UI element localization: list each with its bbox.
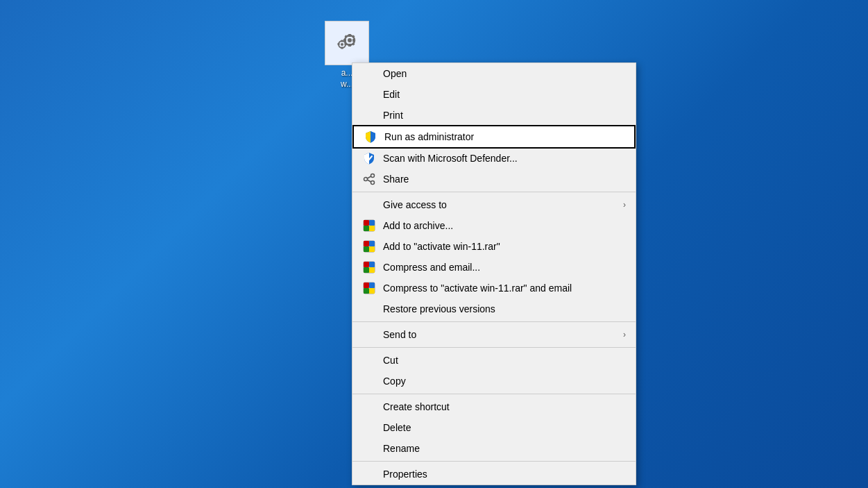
rar-icon-1	[362, 219, 376, 233]
divider-1	[352, 192, 636, 192]
menu-item-cut[interactable]: Cut	[352, 350, 636, 371]
svg-rect-4	[338, 43, 340, 45]
svg-rect-37	[364, 283, 369, 288]
svg-point-16	[371, 174, 375, 178]
menu-item-open[interactable]: Open	[352, 63, 636, 84]
menu-item-print[interactable]: Print	[352, 105, 636, 126]
menu-item-rename[interactable]: Rename	[352, 438, 636, 459]
arrow-icon: ›	[623, 200, 626, 210]
menu-item-compress-activate-email[interactable]: Compress to "activate win-11.rar" and em…	[352, 278, 636, 298]
rar-icon-3	[362, 260, 376, 274]
svg-rect-30	[369, 246, 375, 252]
share-icon	[362, 172, 376, 186]
svg-rect-39	[364, 288, 369, 294]
gear-icon	[333, 29, 361, 57]
svg-rect-24	[364, 226, 369, 231]
svg-line-19	[368, 176, 371, 178]
svg-rect-35	[369, 267, 375, 273]
divider-5	[352, 461, 636, 462]
svg-rect-25	[369, 226, 375, 231]
svg-rect-3	[341, 47, 343, 49]
menu-item-delete[interactable]: Delete	[352, 417, 636, 438]
svg-point-18	[364, 178, 368, 181]
svg-rect-10	[343, 39, 346, 42]
defender-icon	[362, 151, 376, 165]
svg-rect-29	[364, 246, 369, 252]
menu-item-add-activate[interactable]: Add to "activate win-11.rar"	[352, 236, 636, 257]
menu-item-restore-versions[interactable]: Restore previous versions	[352, 298, 636, 319]
menu-item-run-as-admin[interactable]: Run as administrator	[352, 125, 636, 149]
context-menu: Open Edit Print Run as administrator	[352, 62, 636, 485]
svg-rect-23	[369, 220, 375, 226]
divider-2	[352, 321, 636, 322]
divider-3	[352, 347, 636, 348]
svg-rect-38	[369, 283, 375, 288]
menu-item-create-shortcut[interactable]: Create shortcut	[352, 396, 636, 417]
svg-rect-27	[364, 241, 369, 246]
svg-point-7	[348, 38, 352, 42]
rar-icon-2	[362, 239, 376, 253]
menu-item-edit[interactable]: Edit	[352, 84, 636, 105]
divider-4	[352, 394, 636, 394]
uac-shield-icon	[364, 130, 377, 144]
send-to-arrow-icon: ›	[623, 330, 626, 339]
svg-rect-34	[364, 267, 369, 273]
menu-item-add-archive[interactable]: Add to archive...	[352, 215, 636, 236]
menu-item-scan-defender[interactable]: Scan with Microsoft Defender...	[352, 148, 636, 169]
menu-item-give-access[interactable]: Give access to ›	[352, 194, 636, 215]
icon-image	[325, 21, 369, 65]
menu-item-share[interactable]: Share	[352, 169, 636, 190]
svg-rect-9	[348, 44, 351, 47]
menu-item-properties[interactable]: Properties	[352, 464, 636, 485]
svg-rect-33	[369, 262, 375, 267]
svg-point-17	[371, 181, 375, 185]
svg-rect-8	[348, 34, 351, 37]
menu-item-send-to[interactable]: Send to ›	[352, 324, 636, 345]
menu-item-copy[interactable]: Copy	[352, 371, 636, 392]
svg-rect-2	[341, 40, 343, 42]
svg-rect-11	[352, 39, 355, 42]
rar-icon-4	[362, 281, 376, 295]
svg-rect-40	[369, 288, 375, 294]
svg-point-1	[341, 43, 343, 46]
svg-line-20	[368, 180, 371, 182]
svg-rect-28	[369, 241, 375, 246]
svg-rect-22	[364, 220, 369, 226]
menu-item-compress-email[interactable]: Compress and email...	[352, 257, 636, 278]
desktop: a...w... Open Edit Print Run as adm	[0, 0, 868, 488]
svg-rect-32	[364, 262, 369, 267]
